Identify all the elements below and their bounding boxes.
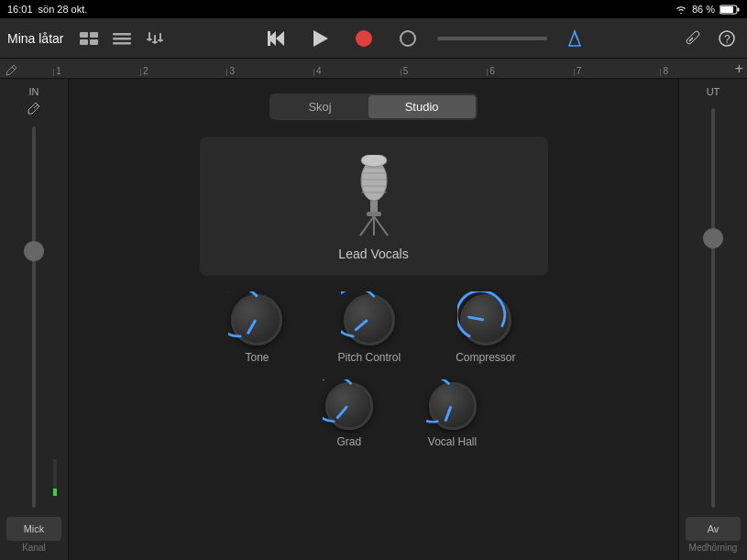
transport-controls: [177, 24, 672, 53]
svg-line-27: [12, 67, 15, 70]
ruler-mark-4: 4: [313, 69, 401, 76]
record-button[interactable]: [349, 24, 379, 53]
svg-rect-4: [90, 32, 98, 38]
tab-skoj[interactable]: Skoj: [271, 95, 368, 118]
knob-group-pitch: Pitch Control: [337, 294, 401, 364]
main-content: IN Mick Kanal Skoj Studio: [0, 79, 747, 560]
svg-rect-35: [370, 201, 378, 214]
output-fader[interactable]: [711, 108, 715, 508]
monitoring-label: Medhörning: [689, 543, 738, 553]
tone-label: Tone: [245, 351, 269, 364]
svg-point-21: [401, 31, 415, 46]
status-right: 86 %: [675, 4, 740, 15]
knobs-row-2: Grad Vocal Hall: [325, 382, 477, 448]
ruler-mark-2: 2: [140, 69, 227, 76]
mic-channel-button[interactable]: Mick: [6, 517, 61, 541]
svg-rect-14: [152, 41, 158, 43]
knobs-row-1: Tone Pitch Control: [231, 294, 515, 364]
output-label: UT: [707, 86, 720, 97]
ruler-mark-6: 6: [487, 69, 574, 76]
grid-icon[interactable]: [76, 26, 102, 51]
add-track-button[interactable]: +: [735, 60, 743, 77]
svg-rect-15: [158, 39, 163, 41]
svg-rect-8: [113, 38, 131, 40]
pencil-icon: [5, 63, 18, 76]
toolbar: Mina låtar: [0, 18, 747, 59]
status-time: 16:01: [7, 4, 33, 15]
tab-studio[interactable]: Studio: [368, 95, 476, 118]
help-icon[interactable]: ?: [714, 26, 740, 51]
vocal-hall-label: Vocal Hall: [428, 435, 477, 448]
compressor-label: Compressor: [456, 351, 515, 364]
timeline-ruler: 1 2 3 4 5 6 7 8 +: [0, 59, 747, 79]
metronome-icon[interactable]: [562, 26, 588, 51]
ruler-mark-5: 5: [401, 69, 488, 76]
battery-icon: [720, 5, 740, 15]
pitch-control-label: Pitch Control: [337, 351, 401, 364]
battery-text: 86 %: [692, 4, 715, 15]
svg-rect-5: [80, 39, 88, 45]
knob-group-vocalhall: Vocal Hall: [428, 382, 477, 448]
svg-point-40: [361, 155, 387, 167]
status-left: 16:01 sön 28 okt.: [7, 4, 87, 15]
ruler-mark-7: 7: [574, 69, 661, 76]
vu-level: [53, 489, 57, 496]
input-fader-handle[interactable]: [24, 241, 44, 261]
svg-rect-13: [147, 38, 152, 40]
instrument-display: Lead Vocals: [200, 137, 548, 276]
right-panel: UT Av Medhörning: [678, 79, 747, 560]
output-fader-handle[interactable]: [703, 228, 723, 248]
toolbar-left-icons: [76, 26, 168, 51]
svg-line-37: [360, 216, 374, 236]
status-bar: 16:01 sön 28 okt. 86 %: [0, 0, 747, 18]
compressor-knob[interactable]: [460, 294, 511, 346]
wrench-icon[interactable]: [681, 26, 707, 51]
vocal-hall-knob[interactable]: [429, 382, 477, 430]
svg-marker-16: [276, 31, 284, 46]
instrument-name: Lead Vocals: [338, 247, 408, 261]
svg-rect-6: [90, 39, 98, 45]
svg-text:?: ?: [724, 33, 731, 46]
center-panel: Skoj Studio: [69, 79, 678, 560]
tone-knob[interactable]: [231, 294, 282, 346]
mixer-icon[interactable]: [142, 26, 168, 51]
svg-marker-19: [313, 30, 328, 47]
grad-knob[interactable]: [325, 382, 373, 430]
tab-switcher: Skoj Studio: [269, 93, 477, 120]
ruler-mark-1: 1: [53, 69, 140, 76]
status-day: sön 28 okt.: [38, 4, 88, 15]
monitoring-button[interactable]: Av: [686, 517, 741, 541]
svg-line-39: [374, 216, 388, 236]
svg-point-20: [356, 30, 372, 47]
toolbar-right: ?: [681, 26, 740, 51]
pitch-control-knob[interactable]: [344, 294, 395, 346]
input-fader[interactable]: [32, 126, 36, 508]
list-icon[interactable]: [109, 26, 135, 51]
ruler-mark-3: 3: [226, 69, 313, 76]
progress-track[interactable]: [437, 37, 547, 40]
svg-rect-1: [738, 7, 740, 11]
left-panel: IN Mick Kanal: [0, 79, 69, 560]
knob-group-compressor: Compressor: [456, 294, 515, 364]
eyedropper-icon: [27, 101, 41, 115]
svg-line-24: [689, 38, 693, 41]
wifi-icon: [675, 5, 687, 14]
knob-group-tone: Tone: [231, 294, 282, 364]
progress-area: [437, 37, 547, 40]
channel-label: Kanal: [22, 543, 46, 553]
input-label: IN: [29, 86, 39, 97]
grad-label: Grad: [336, 435, 361, 448]
svg-rect-9: [113, 42, 131, 45]
ruler-marks: 1 2 3 4 5 6 7 8: [53, 69, 747, 76]
mic-illustration: [342, 155, 406, 237]
svg-rect-36: [367, 212, 381, 216]
svg-rect-3: [80, 32, 88, 38]
knob-group-grad: Grad: [325, 382, 373, 448]
rewind-button[interactable]: [261, 24, 291, 53]
vu-meter: [53, 459, 57, 496]
loop-button[interactable]: [393, 24, 423, 53]
play-button[interactable]: [305, 24, 335, 53]
svg-line-28: [34, 104, 38, 108]
svg-rect-7: [113, 33, 131, 36]
svg-rect-2: [720, 6, 733, 13]
